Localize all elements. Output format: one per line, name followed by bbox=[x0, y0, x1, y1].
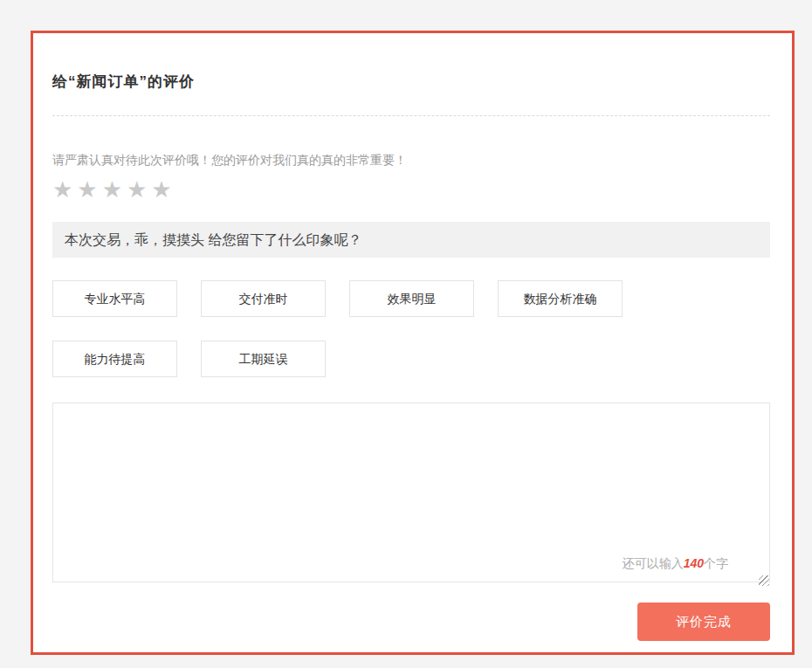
comment-textarea[interactable] bbox=[52, 403, 770, 582]
impression-question: 本次交易，乖，摸摸头 给您留下了什么印象呢？ bbox=[52, 222, 770, 258]
star-icon[interactable]: ★ bbox=[77, 176, 97, 203]
tag-option[interactable]: 能力待提高 bbox=[52, 341, 177, 377]
textarea-resize-handle[interactable] bbox=[759, 575, 769, 586]
tag-option[interactable]: 工期延误 bbox=[201, 341, 326, 377]
submit-review-button[interactable]: 评价完成 bbox=[637, 603, 770, 641]
star-icon[interactable]: ★ bbox=[127, 176, 147, 203]
tag-options: 专业水平高交付准时效果明显数据分析准确能力待提高工期延误 bbox=[52, 280, 664, 377]
star-icon[interactable]: ★ bbox=[52, 176, 72, 203]
dashed-divider bbox=[52, 115, 770, 116]
star-icon[interactable]: ★ bbox=[151, 176, 171, 203]
star-icon[interactable]: ★ bbox=[102, 176, 122, 203]
intro-text: 请严肃认真对待此次评价哦！您的评价对我们真的真的非常重要！ bbox=[52, 153, 770, 169]
tag-option[interactable]: 专业水平高 bbox=[52, 280, 177, 317]
tag-option[interactable]: 数据分析准确 bbox=[498, 280, 623, 317]
page-title: 给“新闻订单”的评价 bbox=[52, 72, 770, 92]
tag-option[interactable]: 效果明显 bbox=[349, 280, 474, 317]
tag-option[interactable]: 交付准时 bbox=[201, 280, 326, 317]
submit-row: 评价完成 bbox=[52, 603, 770, 641]
comment-area: 还可以输入140个字 bbox=[52, 403, 770, 582]
review-panel: 给“新闻订单”的评价 请严肃认真对待此次评价哦！您的评价对我们真的真的非常重要！… bbox=[31, 31, 795, 655]
star-rating: ★★★★★ bbox=[52, 176, 770, 203]
